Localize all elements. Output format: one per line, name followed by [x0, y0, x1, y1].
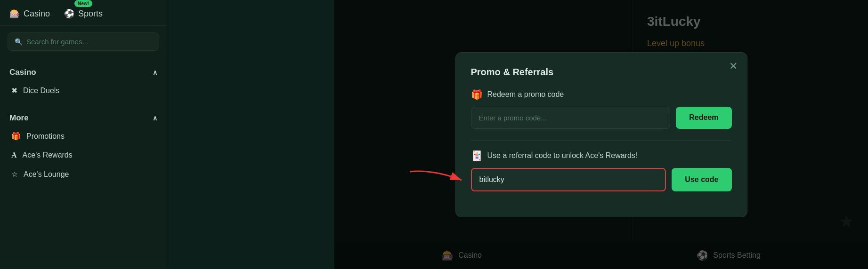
search-bar[interactable]: 🔍 Search for games... [8, 32, 159, 51]
ace-emoji-icon: 🃏 [471, 150, 483, 161]
sports-nav-label: Sports [78, 9, 103, 19]
sports-icon: ⚽ [64, 8, 74, 19]
promo-input-row: Redeem [471, 107, 732, 129]
more-section-title: More [9, 113, 29, 123]
modal-overlay[interactable]: Promo & Referrals ✕ 🎁 Redeem a promo cod… [334, 0, 868, 269]
redeem-button[interactable]: Redeem [676, 107, 731, 129]
main-content: 3itLucky Level up bonus Not claimable ye… [167, 0, 868, 269]
search-placeholder-text: Search for games... [26, 38, 88, 46]
more-section-chevron [153, 113, 157, 123]
use-code-button[interactable]: Use code [672, 168, 731, 191]
sidebar-item-aces-lounge[interactable]: ☆ Ace's Lounge [9, 165, 157, 184]
sidebar-item-aces-rewards[interactable]: A Ace's Rewards [9, 146, 157, 165]
referral-section-label: 🃏 Use a referral code to unlock Ace's Re… [471, 150, 732, 161]
aces-rewards-icon: A [11, 151, 17, 159]
casino-section-title: Casino [9, 68, 36, 77]
referral-input-row: Use code [471, 168, 732, 191]
promo-code-input[interactable] [471, 107, 671, 129]
modal-close-button[interactable]: ✕ [729, 61, 738, 71]
promotions-label: Promotions [26, 132, 65, 141]
casino-icon: 🎰 [9, 8, 20, 19]
aces-lounge-icon: ☆ [11, 170, 18, 179]
sidebar-top-nav: 🎰 Casino New! ⚽ Sports [0, 0, 167, 26]
sidebar-item-casino[interactable]: 🎰 Casino [9, 8, 50, 19]
dice-duels-label: Dice Duels [23, 87, 59, 95]
casino-section-chevron [153, 68, 157, 77]
sidebar-item-sports[interactable]: New! ⚽ Sports [64, 8, 103, 19]
promotions-icon: 🎁 [11, 132, 21, 141]
modal-title: Promo & Referrals [471, 67, 732, 78]
sidebar-item-promotions[interactable]: 🎁 Promotions [9, 127, 157, 146]
aces-rewards-label: Ace's Rewards [23, 151, 73, 159]
dice-duels-icon: ✖ [11, 86, 17, 95]
close-icon: ✕ [729, 60, 738, 72]
sidebar-item-dice-duels[interactable]: ✖ Dice Duels [9, 81, 157, 100]
promo-code-section: 🎁 Redeem a promo code Redeem [471, 89, 732, 129]
referral-code-section: 🃏 Use a referral code to unlock Ace's Re… [471, 150, 732, 191]
aces-lounge-label: Ace's Lounge [24, 170, 69, 179]
sidebar-more-section: More 🎁 Promotions A Ace's Rewards ☆ Ace'… [0, 103, 167, 187]
gift-icon: 🎁 [471, 89, 483, 100]
modal-divider [471, 140, 732, 141]
promo-section-label: 🎁 Redeem a promo code [471, 89, 732, 100]
sidebar: 🎰 Casino New! ⚽ Sports 🔍 Search for game… [0, 0, 167, 269]
more-section-header[interactable]: More [9, 109, 157, 127]
search-icon: 🔍 [15, 38, 23, 46]
referral-code-input[interactable] [471, 168, 666, 191]
casino-nav-label: Casino [24, 9, 50, 19]
casino-section-header[interactable]: Casino [9, 63, 157, 81]
sidebar-casino-section: Casino ✖ Dice Duels [0, 57, 167, 103]
sports-new-badge: New! [74, 0, 92, 7]
arrow-annotation [405, 167, 466, 192]
promo-referrals-modal: Promo & Referrals ✕ 🎁 Redeem a promo cod… [455, 52, 747, 217]
